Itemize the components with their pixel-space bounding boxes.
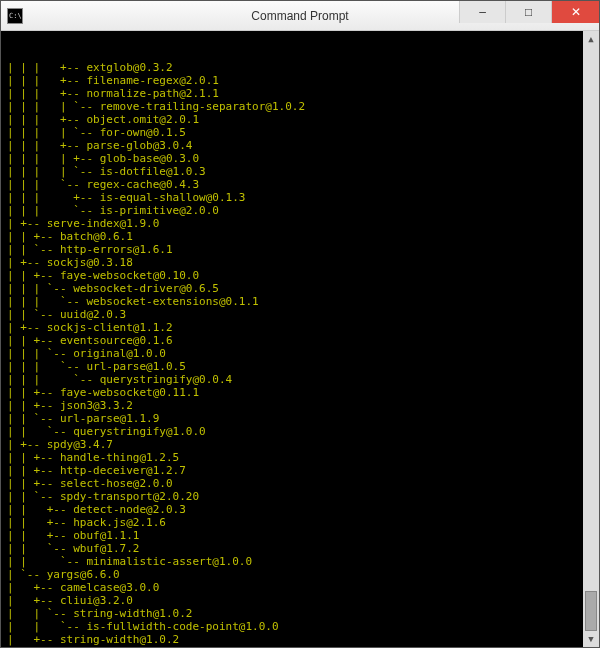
tree-line: | +-- sockjs-client@1.1.2 xyxy=(7,321,593,334)
tree-line: | +-- camelcase@3.0.0 xyxy=(7,581,593,594)
svg-text:C:\: C:\ xyxy=(9,12,22,20)
tree-line: | | | `-- is-primitive@2.0.0 xyxy=(7,204,593,217)
tree-line: | | `-- is-fullwidth-code-point@1.0.0 xyxy=(7,646,593,647)
tree-line: | | | +-- parse-glob@3.0.4 xyxy=(7,139,593,152)
tree-line: | | | | `-- for-own@0.1.5 xyxy=(7,126,593,139)
tree-line: | | | `-- querystringify@0.0.4 xyxy=(7,373,593,386)
tree-line: | | `-- is-fullwidth-code-point@1.0.0 xyxy=(7,620,593,633)
tree-line: | | | `-- websocket-driver@0.6.5 xyxy=(7,282,593,295)
tree-line: | | | `-- url-parse@1.0.5 xyxy=(7,360,593,373)
terminal-output[interactable]: | | | +-- extglob@0.3.2| | | +-- filenam… xyxy=(1,31,599,647)
tree-line: | | `-- uuid@2.0.3 xyxy=(7,308,593,321)
tree-line: | | `-- http-errors@1.6.1 xyxy=(7,243,593,256)
tree-line: | | | | `-- is-dotfile@1.0.3 xyxy=(7,165,593,178)
titlebar[interactable]: C:\ Command Prompt – □ ✕ xyxy=(1,1,599,31)
tree-line: | +-- cliui@3.2.0 xyxy=(7,594,593,607)
tree-line: | +-- spdy@3.4.7 xyxy=(7,438,593,451)
tree-line: | +-- sockjs@0.3.18 xyxy=(7,256,593,269)
tree-line: | | `-- wbuf@1.7.2 xyxy=(7,542,593,555)
maximize-button[interactable]: □ xyxy=(505,1,551,23)
tree-line: | | | `-- regex-cache@0.4.3 xyxy=(7,178,593,191)
scroll-down-arrow[interactable]: ▼ xyxy=(583,631,599,647)
tree-line: | | +-- obuf@1.1.1 xyxy=(7,529,593,542)
tree-line: | | | +-- filename-regex@2.0.1 xyxy=(7,74,593,87)
tree-line: | | `-- spdy-transport@2.0.20 xyxy=(7,490,593,503)
tree-line: | | | `-- original@1.0.0 xyxy=(7,347,593,360)
tree-line: | | +-- detect-node@2.0.3 xyxy=(7,503,593,516)
tree-line: | +-- string-width@1.0.2 xyxy=(7,633,593,646)
tree-line: | | `-- url-parse@1.1.9 xyxy=(7,412,593,425)
scroll-up-arrow[interactable]: ▲ xyxy=(583,31,599,47)
tree-line: | | | +-- extglob@0.3.2 xyxy=(7,61,593,74)
command-prompt-window: C:\ Command Prompt – □ ✕ | | | +-- extgl… xyxy=(0,0,600,648)
tree-line: | | +-- json3@3.3.2 xyxy=(7,399,593,412)
tree-line: | | +-- select-hose@2.0.0 xyxy=(7,477,593,490)
tree-line: | | +-- eventsource@0.1.6 xyxy=(7,334,593,347)
tree-line: | | | +-- normalize-path@2.1.1 xyxy=(7,87,593,100)
window-controls: – □ ✕ xyxy=(459,1,599,30)
tree-line: | | +-- hpack.js@2.1.6 xyxy=(7,516,593,529)
close-button[interactable]: ✕ xyxy=(551,1,599,23)
tree-line: | | `-- querystringify@1.0.0 xyxy=(7,425,593,438)
tree-line: | | +-- handle-thing@1.2.5 xyxy=(7,451,593,464)
vertical-scrollbar[interactable]: ▲ ▼ xyxy=(583,31,599,647)
tree-line: | | `-- minimalistic-assert@1.0.0 xyxy=(7,555,593,568)
tree-line: | | +-- faye-websocket@0.11.1 xyxy=(7,386,593,399)
tree-line: | | | +-- object.omit@2.0.1 xyxy=(7,113,593,126)
tree-line: | | | | +-- glob-base@0.3.0 xyxy=(7,152,593,165)
cmd-icon: C:\ xyxy=(7,8,23,24)
scrollbar-thumb[interactable] xyxy=(585,591,597,631)
dependency-tree: | | | +-- extglob@0.3.2| | | +-- filenam… xyxy=(7,61,593,647)
tree-line: | +-- serve-index@1.9.0 xyxy=(7,217,593,230)
tree-line: | | +-- http-deceiver@1.2.7 xyxy=(7,464,593,477)
minimize-button[interactable]: – xyxy=(459,1,505,23)
tree-line: | | +-- batch@0.6.1 xyxy=(7,230,593,243)
tree-line: | | +-- faye-websocket@0.10.0 xyxy=(7,269,593,282)
tree-line: | | | +-- is-equal-shallow@0.1.3 xyxy=(7,191,593,204)
tree-line: | | | `-- websocket-extensions@0.1.1 xyxy=(7,295,593,308)
tree-line: | `-- yargs@6.6.0 xyxy=(7,568,593,581)
tree-line: | | | | `-- remove-trailing-separator@1.… xyxy=(7,100,593,113)
tree-line: | | `-- string-width@1.0.2 xyxy=(7,607,593,620)
